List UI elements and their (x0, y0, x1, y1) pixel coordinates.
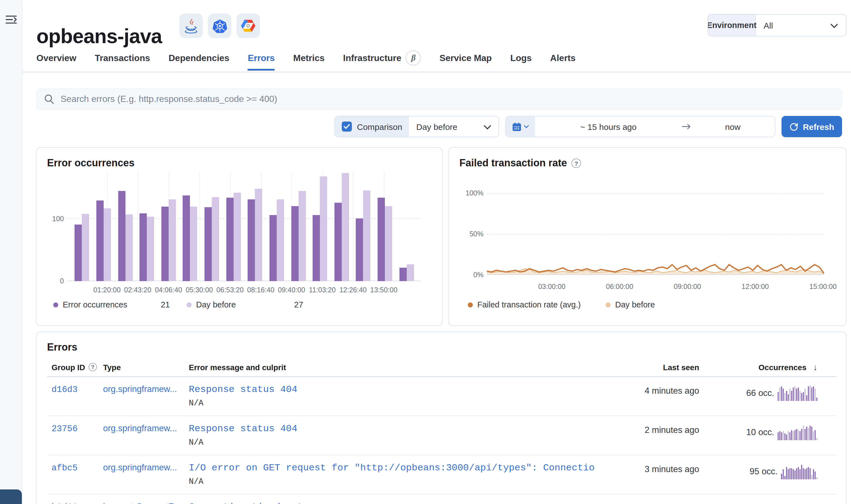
bar-day-before (363, 190, 371, 281)
chevron-down-icon (524, 125, 529, 128)
service-tabs: OverviewTransactionsDependenciesErrorsMe… (36, 53, 575, 71)
bar-current (335, 203, 342, 281)
error-message-link[interactable]: Response status 404 (189, 384, 604, 395)
occurrences-value: 66 occ. (746, 386, 774, 400)
error-group-id-link[interactable]: d16d3 (52, 385, 77, 395)
legend-item-error-occurrences[interactable]: Error occurrences (53, 300, 127, 309)
tab-service-map[interactable]: Service Map (440, 53, 492, 71)
date-picker: ~ 15 hours ago now (505, 116, 775, 137)
x-axis-ticks: 01:20:0002:43:2004:06:4005:30:0006:53:20… (68, 286, 421, 296)
column-header-label: Occurrences (759, 363, 806, 372)
comparison-value: Day before (416, 122, 457, 131)
errors-table-panel: Errors Group ID? Type Error message and … (36, 331, 847, 504)
legend-item-day-before[interactable]: Day before (606, 300, 655, 309)
legend-label: Failed transaction rate (avg.) (477, 300, 581, 309)
bar-current (161, 206, 169, 281)
error-message-link[interactable]: Connection timed out (189, 502, 604, 504)
table-header-row: Group ID? Type Error message and culprit… (47, 360, 836, 377)
error-search-bar[interactable] (36, 89, 842, 110)
bar-day-before (82, 214, 89, 281)
occurrences-value: 10 occ. (746, 426, 774, 439)
environment-label: Environment (708, 15, 756, 36)
x-tick-label: 12:26:40 (339, 286, 367, 294)
bar-current (205, 207, 212, 281)
collapsed-nav-rail (0, 0, 22, 504)
tab-infrastructure[interactable]: Infrastructureβ (343, 53, 421, 71)
environment-select[interactable]: Environment All (708, 14, 847, 36)
failed-transaction-rate-title: Failed transaction rate ? (459, 157, 581, 169)
occurrences-sparkline (784, 502, 817, 504)
question-mark-icon[interactable]: ? (89, 363, 97, 371)
bar-day-before (406, 264, 414, 281)
x-tick-label: 09:00:00 (674, 283, 701, 291)
legend-dot-icon (606, 302, 611, 307)
tab-logs[interactable]: Logs (510, 53, 532, 71)
failed-transaction-rate-panel: Failed transaction rate ? 100% 50% 0% 03… (448, 147, 847, 326)
search-input[interactable] (59, 93, 834, 105)
time-range-end[interactable]: now (691, 116, 775, 137)
error-message-link[interactable]: I/O error on GET request for "http://opb… (189, 463, 604, 473)
x-tick-label: 09:40:00 (278, 286, 305, 294)
environment-value: All (764, 20, 773, 30)
beta-badge: β (406, 50, 421, 65)
calendar-icon (512, 122, 521, 131)
error-group-id-link[interactable]: b2d86 (52, 502, 77, 504)
menu-open-button[interactable] (4, 14, 18, 28)
y-axis-label: 0% (463, 271, 483, 279)
column-header-last-seen[interactable]: Last seen (604, 363, 699, 372)
x-tick-label: 08:16:40 (247, 286, 274, 294)
failed-transaction-rate-chart[interactable] (487, 193, 824, 275)
gridline-vertical (199, 172, 200, 281)
comparison-group: Comparison Day before (335, 116, 499, 137)
bar-current (378, 198, 385, 281)
error-type-link[interactable]: java.net.ConnectE... (103, 502, 181, 504)
legend-label: Day before (196, 300, 236, 309)
quick-select-button[interactable] (506, 116, 535, 137)
last-seen-value: 2 minutes ago (644, 425, 699, 435)
table-row: b2d86java.net.ConnectE...Connection time… (47, 494, 836, 504)
occurrences-value: 95 occ. (750, 465, 778, 478)
error-type-link[interactable]: org.springframew... (103, 463, 177, 472)
bar-day-before (190, 206, 197, 281)
column-header-type: Type (103, 363, 189, 372)
occurrences-sparkline (778, 384, 817, 401)
bar-day-before (125, 215, 132, 281)
error-group-id-link[interactable]: 23756 (52, 424, 77, 434)
errors-table-title: Errors (47, 342, 77, 353)
error-culprit: N/A (189, 438, 604, 447)
kubernetes-icon (208, 14, 231, 38)
column-header-occurrences[interactable]: Occurrences ↓ (699, 362, 836, 372)
panel-title-text: Failed transaction rate (459, 157, 567, 169)
tab-overview[interactable]: Overview (36, 53, 76, 71)
comparison-checkbox[interactable]: Comparison (335, 116, 409, 137)
tab-errors[interactable]: Errors (248, 53, 275, 71)
legend-value: 27 (294, 300, 303, 309)
bar-current (269, 215, 277, 281)
tab-transactions[interactable]: Transactions (95, 53, 150, 71)
chart-legend: Failed transaction rate (avg.) Day befor… (449, 300, 846, 313)
refresh-button[interactable]: Refresh (782, 116, 842, 137)
table-row: 23756org.springframew...Response status … (47, 416, 836, 455)
legend-item-day-before[interactable]: Day before (187, 300, 236, 309)
error-type-link[interactable]: org.springframew... (103, 424, 177, 433)
legend-item-failed-rate[interactable]: Failed transaction rate (avg.) (468, 300, 581, 309)
bar-current (226, 198, 233, 281)
error-group-id-link[interactable]: afbc5 (52, 463, 77, 473)
bar-current (118, 191, 125, 281)
error-type-link[interactable]: org.springframew... (103, 384, 177, 394)
time-range-start[interactable]: ~ 15 hours ago (535, 116, 682, 137)
error-message-link[interactable]: Response status 404 (189, 424, 604, 434)
tab-metrics[interactable]: Metrics (293, 53, 325, 71)
error-occurrences-chart[interactable] (68, 172, 421, 281)
arrow-right-icon (682, 116, 691, 137)
tab-dependencies[interactable]: Dependencies (169, 53, 229, 71)
tab-alerts[interactable]: Alerts (550, 53, 575, 71)
tech-badges (179, 14, 260, 38)
column-header-group-id: Group ID? (47, 363, 103, 372)
bar-current (183, 195, 190, 281)
refresh-icon (790, 122, 798, 131)
help-icon[interactable]: ? (571, 159, 581, 168)
comparison-select[interactable]: Day before (409, 116, 499, 137)
legend-value-text: 27 (294, 300, 303, 309)
comparison-label: Comparison (357, 122, 402, 131)
